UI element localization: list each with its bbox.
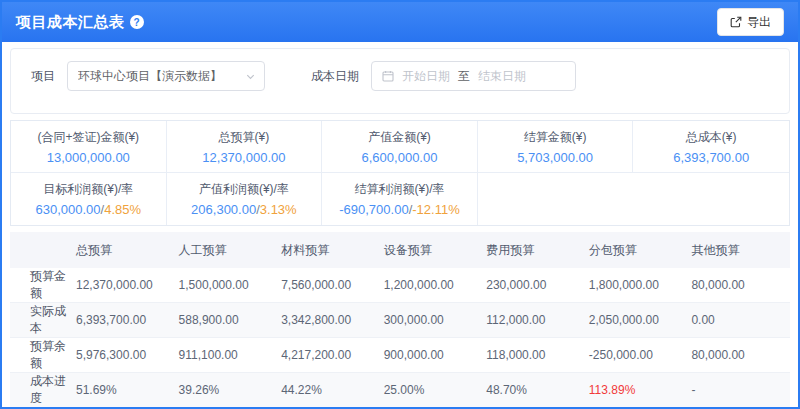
summary-card-value: 630,000.00/4.85%	[36, 202, 142, 217]
table-cell: 2,050,000.00	[585, 303, 688, 338]
summary-row-1: (合同+签证)金额(¥) 13,000,000.00 总预算(¥) 12,370…	[11, 121, 789, 173]
table-cell: 118,000.00	[482, 338, 585, 373]
calendar-icon	[382, 70, 394, 82]
page-title: 项目成本汇总表	[16, 13, 125, 32]
profit-amount: 630,000.00	[36, 202, 101, 217]
summary-card-settlement-amount: 结算金额(¥) 5,703,000.00	[478, 121, 634, 173]
table-cell: 12,370,000.00	[72, 268, 175, 303]
table-cell: 80,000.00	[687, 268, 790, 303]
profit-rate: 4.85%	[104, 202, 141, 217]
summary-card-label: 总预算(¥)	[219, 129, 270, 146]
table-row-cost-progress: 成本进度 51.69% 39.26% 44.22% 25.00% 48.70% …	[10, 373, 790, 408]
filter-panel: 项目 环球中心项目【演示数据】 成本日期 开始日期 至 结束日期	[10, 48, 790, 114]
summary-card-value: 5,703,000.00	[517, 150, 593, 165]
table-cell: 1,800,000.00	[585, 268, 688, 303]
row-label: 预算余额	[10, 338, 72, 373]
summary-card-value: 13,000,000.00	[47, 150, 130, 165]
row-label: 成本进度	[10, 373, 72, 408]
table-cell: 48.70%	[482, 373, 585, 408]
table-cell: 0.00	[687, 303, 790, 338]
table-cell: 1,200,000.00	[380, 268, 483, 303]
table-cell: 230,000.00	[482, 268, 585, 303]
table-row-budget-amount: 预算金额 12,370,000.00 1,500,000.00 7,560,00…	[10, 268, 790, 303]
summary-card-output-profit: 产值利润额(¥)/率 206,300.00/3.13%	[167, 173, 323, 225]
table-cell: 4,217,200.00	[277, 338, 380, 373]
summary-card-label: 总成本(¥)	[686, 129, 737, 146]
table-cell: 300,000.00	[380, 303, 483, 338]
project-select[interactable]: 环球中心项目【演示数据】	[67, 61, 265, 91]
table-cell: 911,100.00	[175, 338, 278, 373]
summary-card-label: 目标利润额(¥)/率	[43, 181, 133, 198]
summary-card-total-cost: 总成本(¥) 6,393,700.00	[633, 121, 789, 173]
export-button[interactable]: 导出	[717, 8, 784, 36]
table-cell: 44.22%	[277, 373, 380, 408]
table-cell: 1,500,000.00	[175, 268, 278, 303]
summary-card-label: 结算金额(¥)	[524, 129, 587, 146]
date-range-separator: 至	[458, 68, 470, 85]
table-cell: 3,342,800.00	[277, 303, 380, 338]
table-cell-over-budget: 113.89%	[585, 373, 688, 408]
table-cell: 5,976,300.00	[72, 338, 175, 373]
column-header-rowlabel	[10, 232, 72, 268]
summary-card-label: 结算利润额(¥)/率	[354, 181, 444, 198]
summary-card-value: 12,370,000.00	[202, 150, 285, 165]
date-range-input[interactable]: 开始日期 至 结束日期	[371, 61, 576, 91]
table-cell: 39.26%	[175, 373, 278, 408]
table-cell: 588,900.00	[175, 303, 278, 338]
column-header-other-budget: 其他预算	[687, 232, 790, 268]
start-date-placeholder: 开始日期	[402, 68, 450, 85]
column-header-material-budget: 材料预算	[277, 232, 380, 268]
table-row-actual-cost: 实际成本 6,393,700.00 588,900.00 3,342,800.0…	[10, 303, 790, 338]
summary-card-contract-amount: (合同+签证)金额(¥) 13,000,000.00	[11, 121, 167, 173]
cost-table-header: 总预算 人工预算 材料预算 设备预算 费用预算 分包预算 其他预算	[10, 232, 790, 268]
table-cell: -250,000.00	[585, 338, 688, 373]
help-icon[interactable]: ?	[130, 15, 144, 29]
summary-card-label: 产值金额(¥)	[368, 129, 431, 146]
project-filter-label: 项目	[31, 68, 55, 85]
table-cell: 25.00%	[380, 373, 483, 408]
table-cell: 80,000.00	[687, 338, 790, 373]
cost-table-container: 总预算 人工预算 材料预算 设备预算 费用预算 分包预算 其他预算 预算金额 1…	[10, 232, 790, 407]
summary-card-value: 6,600,000.00	[362, 150, 438, 165]
profit-amount: 206,300.00	[191, 202, 256, 217]
project-cost-summary-page: { "header": { "title": "项目成本汇总表", "help_…	[0, 0, 800, 409]
table-cell: 7,560,000.00	[277, 268, 380, 303]
export-button-label: 导出	[747, 14, 771, 31]
table-cell: 6,393,700.00	[72, 303, 175, 338]
project-select-value: 环球中心项目【演示数据】	[78, 68, 245, 85]
column-header-expense-budget: 费用预算	[482, 232, 585, 268]
summary-card-settlement-profit: 结算利润额(¥)/率 -690,700.00/-12.11%	[322, 173, 478, 225]
table-cell: 51.69%	[72, 373, 175, 408]
page-header: 项目成本汇总表 ? 导出	[2, 2, 798, 42]
chevron-down-icon	[245, 71, 256, 82]
table-cell: 900,000.00	[380, 338, 483, 373]
profit-rate: -12.11%	[412, 202, 459, 217]
summary-card-label: 产值利润额(¥)/率	[199, 181, 289, 198]
export-icon	[730, 16, 742, 28]
end-date-placeholder: 结束日期	[478, 68, 526, 85]
column-header-subcontract-budget: 分包预算	[585, 232, 688, 268]
summary-card-total-budget: 总预算(¥) 12,370,000.00	[167, 121, 323, 173]
row-label-actual-cost-link[interactable]: 实际成本	[10, 303, 72, 338]
summary-row-2: 目标利润额(¥)/率 630,000.00/4.85% 产值利润额(¥)/率 2…	[11, 173, 789, 225]
summary-card-label: (合同+签证)金额(¥)	[37, 129, 139, 146]
summary-card-value: -690,700.00/-12.11%	[339, 202, 460, 217]
table-cell: 112,000.00	[482, 303, 585, 338]
summary-card-target-profit: 目标利润额(¥)/率 630,000.00/4.85%	[11, 173, 167, 225]
summary-empty-cell	[478, 173, 789, 225]
cost-table: 总预算 人工预算 材料预算 设备预算 费用预算 分包预算 其他预算 预算金额 1…	[10, 232, 790, 407]
table-row-budget-balance: 预算余额 5,976,300.00 911,100.00 4,217,200.0…	[10, 338, 790, 373]
cost-date-filter-label: 成本日期	[311, 68, 359, 85]
column-header-total-budget: 总预算	[72, 232, 175, 268]
profit-amount: -690,700.00	[339, 202, 408, 217]
row-label: 预算金额	[10, 268, 72, 303]
summary-card-value: 206,300.00/3.13%	[191, 202, 297, 217]
profit-rate: 3.13%	[260, 202, 297, 217]
summary-panel: (合同+签证)金额(¥) 13,000,000.00 总预算(¥) 12,370…	[10, 120, 790, 226]
summary-card-value: 6,393,700.00	[673, 150, 749, 165]
column-header-equipment-budget: 设备预算	[380, 232, 483, 268]
summary-card-output-amount: 产值金额(¥) 6,600,000.00	[322, 121, 478, 173]
table-cell: -	[687, 373, 790, 408]
column-header-labor-budget: 人工预算	[175, 232, 278, 268]
